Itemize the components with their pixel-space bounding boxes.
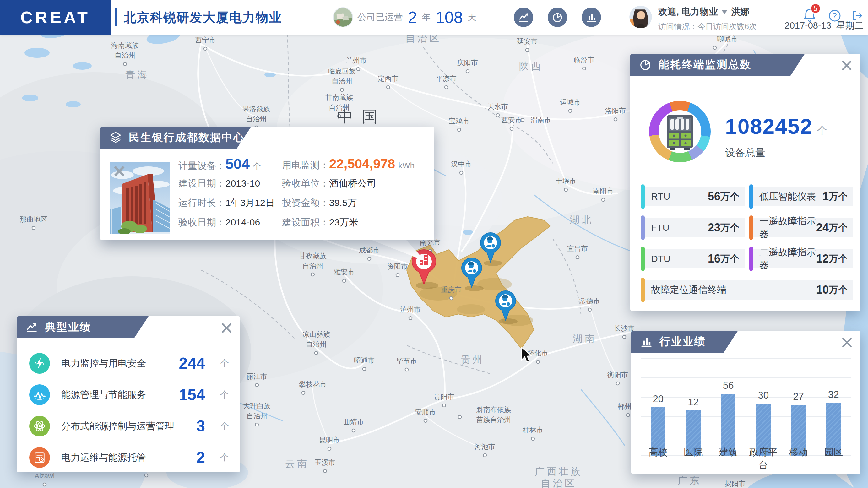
map-label: 常德市	[580, 297, 600, 305]
city-marker	[409, 316, 412, 320]
city-marker	[510, 127, 513, 130]
city-marker	[442, 404, 445, 407]
map-label: 聊城市	[717, 35, 738, 43]
map-label: 重庆市	[441, 286, 462, 294]
field-value: 39.5万	[329, 197, 357, 208]
map-label: 河池市	[474, 443, 495, 451]
map-label: 兰州市	[346, 57, 367, 64]
svg-text:?: ?	[833, 11, 837, 20]
category-label: 园区	[816, 446, 851, 472]
field-value: 504	[225, 156, 250, 172]
map-label: 甘孜藏族	[299, 252, 327, 260]
field-unit: 个	[253, 161, 261, 171]
map-label: 临夏回族	[328, 67, 356, 75]
city-marker	[526, 48, 529, 52]
site-detail-field: 用电监测：22,504,978kWh	[282, 156, 429, 172]
field-label: 验收单位：	[282, 178, 329, 188]
pie-icon[interactable]	[548, 7, 567, 27]
device-icon	[665, 113, 695, 150]
map-label: 海南藏族	[111, 41, 139, 49]
terminal-monitor-panel: 能耗终端监测总数	[630, 54, 860, 311]
operation-label: 公司已运营	[358, 11, 403, 24]
company-avatar	[334, 8, 352, 27]
bar-chart-icon[interactable]	[582, 7, 601, 27]
industry-panel-header: 行业业绩	[631, 331, 738, 353]
city-marker	[386, 86, 390, 89]
typical-item-unit: 个	[220, 357, 229, 369]
typical-performance-panel: 典型业绩 电力监控与用电安全244个能源管理与节能服务154个分布式能源控制与运…	[17, 316, 240, 472]
avatar[interactable]	[629, 6, 652, 28]
username[interactable]: 洪娜	[731, 6, 749, 18]
field-value: 22,504,978	[329, 156, 395, 171]
close-icon[interactable]	[841, 336, 853, 348]
city-marker	[204, 47, 207, 50]
map-label: 自治州	[332, 77, 352, 85]
city-marker	[145, 474, 148, 477]
color-bar-icon	[749, 246, 753, 271]
typical-item: 能源管理与节能服务154个	[29, 379, 229, 410]
city-marker	[616, 382, 619, 385]
close-icon[interactable]	[841, 59, 852, 71]
notification-badge: 5	[810, 3, 821, 14]
lightning-icon	[29, 353, 50, 374]
site-detail-field: 验收日期：2014-06	[178, 216, 282, 229]
city-marker	[352, 429, 355, 432]
typical-item-value: 154	[179, 386, 205, 404]
city-marker	[328, 447, 331, 450]
typical-item-label: 电力运维与能源托管	[61, 451, 185, 464]
map-label: 凉山彝族	[302, 330, 330, 338]
typical-item: 电力监控与用电安全244个	[29, 347, 229, 379]
map-label: 自治州	[306, 340, 327, 348]
typical-item: 分布式能源控制与运营管理3个	[29, 410, 229, 442]
map-label: 南阳市	[593, 187, 614, 195]
map-label: 安顺市	[415, 408, 436, 416]
city-marker	[602, 198, 605, 201]
map-label: 自治区	[541, 478, 577, 488]
map-label: 攀枝花市	[299, 380, 327, 388]
device-total-unit: 个	[817, 125, 827, 136]
color-bar-icon	[641, 215, 645, 240]
operation-days: 108	[436, 8, 463, 27]
trend-icon[interactable]	[514, 7, 533, 27]
chevron-down-icon[interactable]	[722, 10, 727, 14]
terminal-type-label: FTU	[651, 222, 708, 233]
popup-title: 民生银行成都数据中心	[129, 130, 245, 145]
field-label: 验收日期：	[178, 217, 225, 227]
city-marker	[536, 360, 539, 363]
terminal-type-unit: 万个	[720, 190, 739, 203]
typical-item-unit: 个	[220, 420, 229, 432]
terminal-type-value: 16	[708, 252, 720, 265]
close-icon[interactable]	[113, 164, 126, 178]
map-label: 曲靖市	[343, 418, 364, 426]
field-label: 建设面积：	[282, 217, 329, 227]
map-label: 广东	[678, 475, 702, 486]
site-info-popup: 民生银行成都数据中心	[100, 127, 434, 240]
bar-value-label: 32	[828, 389, 839, 400]
map-label: 洛阳市	[605, 107, 626, 115]
map-label: 昆明市	[319, 436, 340, 444]
greeting-text: 欢迎, 电力物业	[658, 6, 718, 18]
site-details: 计量设备：504个用电监测：22,504,978kWh建设日期：2013-10验…	[178, 154, 429, 232]
city-marker	[458, 416, 461, 419]
ops-icon	[29, 447, 50, 468]
logo[interactable]: CREAT	[0, 0, 111, 34]
close-icon[interactable]	[221, 322, 233, 334]
typical-item-label: 能源管理与节能服务	[61, 389, 168, 401]
terminal-type-item: 低压智能仪表1万个	[750, 187, 853, 206]
map-label: 西宁市	[195, 36, 216, 44]
city-marker	[445, 86, 448, 89]
top-header: CREAT 北京科锐研发大厦电力物业 公司已运营 2 年	[0, 0, 868, 34]
city-marker	[357, 67, 360, 71]
map-label: 广西壮族	[535, 466, 583, 477]
bar-value-label: 30	[758, 390, 769, 401]
operation-years: 2	[408, 8, 417, 27]
map-label: 苗族自治州	[476, 416, 511, 424]
terminal-type-item: DTU16万个	[642, 249, 745, 269]
typical-item-value: 2	[196, 449, 205, 467]
typical-item-unit: 个	[220, 452, 229, 463]
title-divider	[115, 8, 117, 26]
map-label: 延安市	[517, 37, 538, 45]
map-label: 毕节市	[396, 357, 417, 365]
terminal-panel-title: 能耗终端监测总数	[658, 58, 751, 72]
site-photo	[110, 162, 169, 234]
